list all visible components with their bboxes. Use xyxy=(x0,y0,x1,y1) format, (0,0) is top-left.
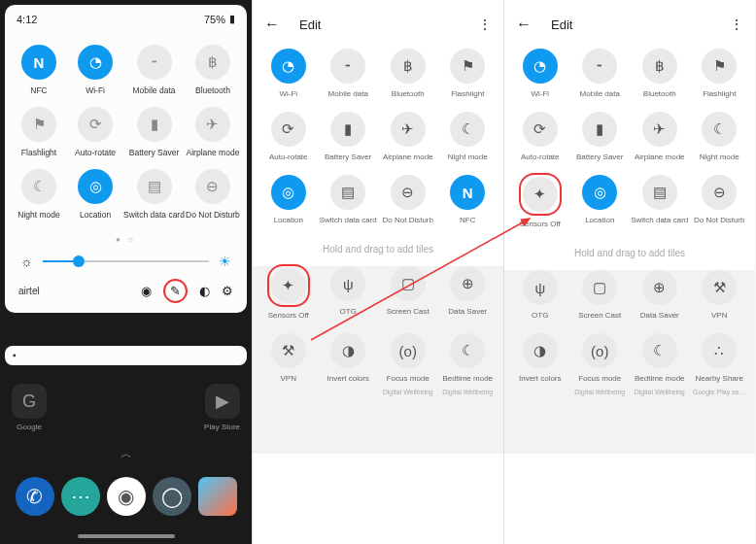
brightness-slider[interactable] xyxy=(43,260,209,262)
tile-otg[interactable]: ψOTG xyxy=(510,270,570,320)
tile-airplane-mode[interactable]: ✈Airplane mode xyxy=(185,107,241,157)
rotate-icon: ⟳ xyxy=(523,112,558,147)
user-icon[interactable]: ◉ xyxy=(141,284,152,298)
tile-wi-fi[interactable]: ◔Wi-Fi xyxy=(258,49,319,98)
edit-tiles-panel-before: ← Edit ⋮ ◔Wi-Fi⁃Mobile data฿Bluetooth⚑Fl… xyxy=(252,0,503,544)
dock-photos[interactable] xyxy=(198,477,237,516)
ds-icon: ⊕ xyxy=(642,270,677,305)
tile-otg[interactable]: ψOTG xyxy=(319,266,379,320)
N-icon: N xyxy=(450,175,485,210)
tile-label: Location xyxy=(80,210,111,220)
dnd-icon: ⊖ xyxy=(195,169,230,204)
notification-card[interactable]: ▪ xyxy=(5,346,247,365)
more-icon[interactable]: ⋮ xyxy=(478,17,492,32)
tile-switch-data-card[interactable]: ▤Switch data card xyxy=(630,175,690,228)
tile-do-not-disturb[interactable]: ⊖Do Not Disturb xyxy=(185,169,241,220)
inv-icon: ◑ xyxy=(330,333,365,368)
inactive-tiles-grid: ✦Sensors OffψOTG▢Screen Cast⊕Data Saver⚒… xyxy=(253,266,503,454)
tile-wi-fi[interactable]: ◔Wi-Fi xyxy=(67,45,123,95)
tile-night-mode[interactable]: ☾Night mode xyxy=(438,112,498,161)
tile-label: OTG xyxy=(340,307,357,316)
tile-bedtime-mode[interactable]: ☾Bedtime modeDigital Wellbeing xyxy=(438,333,498,395)
tile-bedtime-mode[interactable]: ☾Bedtime modeDigital Wellbeing xyxy=(630,333,690,395)
tile-airplane-mode[interactable]: ✈Airplane mode xyxy=(378,112,438,161)
tile-data-saver[interactable]: ⊕Data Saver xyxy=(630,270,690,320)
sim-icon: ▤ xyxy=(137,169,172,204)
moon-icon: ☾ xyxy=(702,112,737,147)
tile-label: VPN xyxy=(281,374,296,383)
tile-flashlight[interactable]: ⚑Flashlight xyxy=(11,107,67,157)
tile-sublabel: Digital Wellbeing xyxy=(574,389,625,395)
tile-mobile-data[interactable]: ⁃Mobile data xyxy=(319,49,379,98)
tile-label: Switch data card xyxy=(631,216,688,224)
tile-nfc[interactable]: NNFC xyxy=(11,45,67,95)
bt-icon: ฿ xyxy=(195,45,230,80)
tile-night-mode[interactable]: ☾Night mode xyxy=(11,169,67,220)
theme-icon[interactable]: ◐ xyxy=(199,284,210,298)
tile-battery-saver[interactable]: ▮Battery Saver xyxy=(123,107,185,157)
tile-vpn[interactable]: ⚒VPN xyxy=(690,270,750,320)
tile-mobile-data[interactable]: ⁃Mobile data xyxy=(570,49,631,98)
dock-chrome[interactable]: ◉ xyxy=(107,477,146,516)
tile-airplane-mode[interactable]: ✈Airplane mode xyxy=(630,112,690,161)
tile-screen-cast[interactable]: ▢Screen Cast xyxy=(378,266,438,320)
settings-icon[interactable]: ⚙ xyxy=(222,284,233,298)
tile-label: Battery Saver xyxy=(576,153,623,161)
tile-screen-cast[interactable]: ▢Screen Cast xyxy=(570,270,631,320)
tile-nearby-share[interactable]: ∴Nearby ShareGoogle Play se… xyxy=(690,333,750,395)
app-playstore[interactable]: ▶ Play Store xyxy=(204,384,240,431)
tile-label: Switch data card xyxy=(123,210,185,220)
more-icon[interactable]: ⋮ xyxy=(730,17,743,32)
active-tiles-grid: ◔Wi-Fi⁃Mobile data฿Bluetooth⚑Flashlight⟳… xyxy=(253,45,503,228)
loc-icon: ◎ xyxy=(78,169,113,204)
tile-mobile-data[interactable]: ⁃Mobile data xyxy=(123,45,185,95)
tile-data-saver[interactable]: ⊕Data Saver xyxy=(438,266,498,320)
tile-nfc[interactable]: NNFC xyxy=(438,175,498,224)
tile-bluetooth[interactable]: ฿Bluetooth xyxy=(378,49,438,98)
tile-do-not-disturb[interactable]: ⊖Do Not Disturb xyxy=(690,175,750,228)
tile-switch-data-card[interactable]: ▤Switch data card xyxy=(319,175,379,224)
highlight-annotation: ✦ xyxy=(519,173,562,216)
tile-label: Data Saver xyxy=(640,311,679,320)
sim-icon: ▤ xyxy=(330,175,365,210)
tile-label: Location xyxy=(274,216,303,224)
tile-wi-fi[interactable]: ◔Wi-Fi xyxy=(510,49,570,98)
tile-label: NFC xyxy=(30,85,47,95)
tile-flashlight[interactable]: ⚑Flashlight xyxy=(690,49,750,98)
dock-messages[interactable]: ⋯ xyxy=(61,477,100,516)
swipe-up-indicator[interactable]: ︿ xyxy=(12,446,240,462)
tile-auto-rotate[interactable]: ⟳Auto-rotate xyxy=(510,112,570,161)
dock-camera[interactable]: ◯ xyxy=(153,477,191,516)
tile-auto-rotate[interactable]: ⟳Auto-rotate xyxy=(67,107,123,157)
tile-invert-colors[interactable]: ◑Invert colors xyxy=(510,333,570,395)
tile-invert-colors[interactable]: ◑Invert colors xyxy=(319,333,379,395)
tile-do-not-disturb[interactable]: ⊖Do Not Disturb xyxy=(378,175,438,224)
loc-icon: ◎ xyxy=(271,175,306,210)
tile-sensors-off[interactable]: ✦Sensors Off xyxy=(258,266,319,320)
tile-focus-mode[interactable]: (o)Focus modeDigital Wellbeing xyxy=(570,333,631,395)
tile-night-mode[interactable]: ☾Night mode xyxy=(690,112,750,161)
back-icon[interactable]: ← xyxy=(516,16,532,33)
brightness-row: ☼ ☀ xyxy=(5,250,247,279)
edit-icon[interactable]: ✎ xyxy=(163,279,188,303)
tile-label: OTG xyxy=(532,311,548,320)
tile-auto-rotate[interactable]: ⟳Auto-rotate xyxy=(258,112,319,161)
tile-vpn[interactable]: ⚒VPN xyxy=(258,333,319,395)
tile-switch-data-card[interactable]: ▤Switch data card xyxy=(123,169,185,220)
batt-icon: ▮ xyxy=(330,112,365,147)
tile-location[interactable]: ◎Location xyxy=(258,175,319,224)
tile-location[interactable]: ◎Location xyxy=(570,175,631,228)
dock-phone[interactable]: ✆ xyxy=(16,477,54,516)
nav-gesture-hint[interactable] xyxy=(78,534,175,538)
back-icon[interactable]: ← xyxy=(264,16,280,33)
tile-battery-saver[interactable]: ▮Battery Saver xyxy=(570,112,631,161)
tile-location[interactable]: ◎Location xyxy=(67,169,123,220)
tile-bluetooth[interactable]: ฿Bluetooth xyxy=(630,49,690,98)
app-google[interactable]: G Google xyxy=(12,384,47,431)
tile-label: Auto-rotate xyxy=(521,153,560,161)
tile-focus-mode[interactable]: (o)Focus modeDigital Wellbeing xyxy=(378,333,438,395)
tile-bluetooth[interactable]: ฿Bluetooth xyxy=(185,45,241,95)
tile-battery-saver[interactable]: ▮Battery Saver xyxy=(319,112,379,161)
tile-flashlight[interactable]: ⚑Flashlight xyxy=(438,49,498,98)
tile-sensors-off[interactable]: ✦Sensors Off xyxy=(510,175,570,228)
